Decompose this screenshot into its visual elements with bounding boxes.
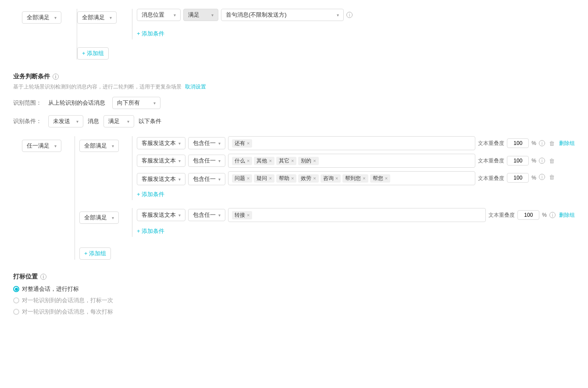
mark-radio-1[interactable]: 对整通会话，进行打标	[13, 285, 575, 293]
tag-还有: 还有×	[232, 139, 252, 148]
tag-close-icon[interactable]: ×	[247, 141, 249, 146]
tag-close-icon[interactable]: ×	[269, 176, 271, 181]
outer-any-select[interactable]: 任一满足 ▾	[22, 140, 61, 152]
first-msg-select[interactable]: 首句消息(不限制发送方) ▾	[221, 9, 344, 21]
info-icon[interactable]: i	[539, 140, 545, 146]
g1c3-tag-area[interactable]: 问题× 疑问× 帮助× 效劳× 咨询× 帮到您× 帮您×	[228, 171, 475, 185]
inner-select-top[interactable]: 全部满足 ▾	[77, 11, 117, 24]
groups-container: 全部满足 ▾ 客服发送文本	[75, 136, 575, 260]
top-condition-block: 全部满足 ▾ 全部满足 ▾	[13, 9, 575, 60]
delete-cond-icon[interactable]: 🗑	[548, 157, 556, 165]
chevron-icon: ▾	[218, 159, 221, 163]
delete-group-2-link[interactable]: 删除组	[559, 210, 575, 218]
chevron-icon: ▾	[127, 119, 129, 124]
chevron-icon: ▾	[211, 13, 214, 18]
range-label: 识别范围：	[13, 99, 44, 107]
g2c1-type-select[interactable]: 客服发送文本 ▾	[137, 209, 185, 221]
business-section-title: 业务判断条件 i	[13, 73, 575, 81]
chevron-down-icon: ▾	[54, 15, 57, 20]
tag-close-icon[interactable]: ×	[313, 158, 316, 163]
chevron-icon: ▾	[337, 13, 339, 18]
recognize-range-row: 识别范围： 从上轮识别的会话消息 向下所有 ▾	[13, 97, 575, 109]
tag-close-icon[interactable]: ×	[313, 176, 316, 181]
info-icon[interactable]: i	[539, 158, 545, 164]
chevron-icon: ▾	[54, 144, 57, 148]
g1c2-contain-select[interactable]: 包含任一 ▾	[188, 155, 225, 167]
condition-label: 识别条件：	[13, 117, 44, 125]
add-condition-btn-g2[interactable]: + 添加条件	[137, 226, 164, 237]
info-icon[interactable]: i	[549, 212, 556, 218]
chevron-icon: ▾	[178, 213, 181, 218]
chevron-icon: ▾	[218, 141, 221, 146]
g1c1-type-select[interactable]: 客服发送文本 ▾	[137, 137, 185, 149]
group-2: 全部满足 ▾ 客服发送文本	[79, 208, 575, 237]
group1-conditions: 客服发送文本 ▾ 包含任一 ▾ 还有× 文本重叠度	[132, 136, 556, 200]
g1-cond-1: 客服发送文本 ▾ 包含任一 ▾ 还有× 文本重叠度	[137, 136, 556, 150]
delete-cond-icon[interactable]: 🗑	[548, 173, 556, 181]
chevron-icon: ▾	[178, 141, 181, 146]
tag-close-icon[interactable]: ×	[247, 176, 249, 181]
group1-inner-select[interactable]: 全部满足 ▾	[79, 140, 119, 152]
tag-close-icon[interactable]: ×	[291, 176, 294, 181]
chevron-icon: ▾	[174, 13, 176, 18]
status-select[interactable]: 未发送 ▾	[48, 115, 83, 127]
g1c3-contain-select[interactable]: 包含任一 ▾	[188, 173, 225, 185]
chevron-icon: ▾	[218, 177, 221, 182]
delete-cond-icon[interactable]: 🗑	[548, 139, 556, 147]
tag-close-icon[interactable]: ×	[385, 176, 388, 181]
info-icon[interactable]: i	[539, 174, 545, 180]
tag-close-icon[interactable]: ×	[291, 158, 294, 163]
chevron-icon: ▾	[218, 213, 221, 218]
top-cond-row: 消息位置 ▾ 满足 ▾ 首句消息(不限制发送方) ▾	[137, 9, 353, 21]
g1-cond-3: 客服发送文本 ▾ 包含任一 ▾ 问题× 疑问×	[137, 171, 556, 185]
tag-close-icon[interactable]: ×	[335, 176, 338, 181]
info-icon[interactable]: i	[346, 12, 353, 18]
mark-section-title: 打标位置 i	[13, 273, 575, 281]
delete-group-1-link[interactable]: 删除组	[559, 138, 575, 146]
chevron-icon: ▾	[112, 144, 114, 148]
tag-close-icon[interactable]: ×	[247, 212, 249, 218]
direction-select[interactable]: 向下所有 ▾	[112, 97, 160, 109]
g1c1-weight-input[interactable]	[507, 138, 529, 148]
mark-radio-group: 对整通会话，进行打标 对一轮识别到的会话消息，打标一次 对一轮识别到的会话消息，…	[13, 285, 575, 316]
g1c2-type-select[interactable]: 客服发送文本 ▾	[137, 155, 185, 167]
outer-select-top[interactable]: 全部满足 ▾	[22, 11, 61, 24]
g2c1-tag-area[interactable]: 转接×	[228, 208, 486, 222]
cancel-settings-link[interactable]: 取消设置	[185, 83, 206, 91]
chevron-icon: ▾	[178, 159, 181, 163]
g2-cond-1: 客服发送文本 ▾ 包含任一 ▾ 转接× 文本重叠度	[137, 208, 556, 222]
group2-conditions: 客服发送文本 ▾ 包含任一 ▾ 转接× 文本重叠度	[132, 208, 556, 237]
tag-close-icon[interactable]: ×	[269, 158, 271, 163]
g2c1-weight-input[interactable]	[517, 210, 539, 220]
g1c1-contain-select[interactable]: 包含任一 ▾	[188, 137, 225, 149]
g1c3-weight-input[interactable]	[507, 173, 529, 183]
outer-any-block: 任一满足 ▾ 全部满足 ▾	[13, 136, 575, 260]
chevron-icon: ▾	[76, 119, 78, 124]
g2c1-contain-select[interactable]: 包含任一 ▾	[188, 209, 225, 221]
add-group-btn-business[interactable]: + 添加组	[79, 247, 111, 260]
chevron-down-icon: ▾	[110, 15, 112, 20]
tag-close-icon[interactable]: ×	[247, 158, 249, 163]
business-section-desc: 基于上轮场景识别检测到的消息内容，进行二轮判断，适用于更复杂场景 取消设置	[13, 83, 575, 91]
msg-position-select[interactable]: 消息位置 ▾	[137, 9, 181, 21]
tag-close-icon[interactable]: ×	[363, 176, 365, 181]
g1c1-tag-area[interactable]: 还有×	[228, 136, 475, 150]
satisfy-select-cond[interactable]: 满足 ▾	[103, 115, 134, 127]
satisfy-select-top[interactable]: 满足 ▾	[183, 9, 218, 21]
g1c2-weight-input[interactable]	[507, 156, 529, 166]
add-condition-btn-top[interactable]: + 添加条件	[137, 28, 353, 39]
group2-inner-select[interactable]: 全部满足 ▾	[79, 212, 119, 224]
group-1: 全部满足 ▾ 客服发送文本	[79, 136, 575, 200]
add-group-btn-top[interactable]: + 添加组	[77, 47, 109, 60]
mark-info-icon[interactable]: i	[40, 274, 46, 280]
g1c3-type-select[interactable]: 客服发送文本 ▾	[137, 173, 185, 185]
chevron-icon: ▾	[178, 177, 181, 182]
business-section: 业务判断条件 i 基于上轮场景识别检测到的消息内容，进行二轮判断，适用于更复杂场…	[13, 73, 575, 260]
chevron-icon: ▾	[153, 101, 156, 106]
business-info-icon[interactable]: i	[53, 74, 59, 80]
g1-cond-2: 客服发送文本 ▾ 包含任一 ▾ 什么× 其他×	[137, 154, 556, 168]
g1c2-tag-area[interactable]: 什么× 其他× 其它× 别的×	[228, 154, 475, 168]
mark-radio-3[interactable]: 对一轮识别到的会话消息，每次打标	[13, 308, 575, 316]
mark-radio-2[interactable]: 对一轮识别到的会话消息，打标一次	[13, 296, 575, 304]
add-condition-btn-g1[interactable]: + 添加条件	[137, 189, 164, 200]
